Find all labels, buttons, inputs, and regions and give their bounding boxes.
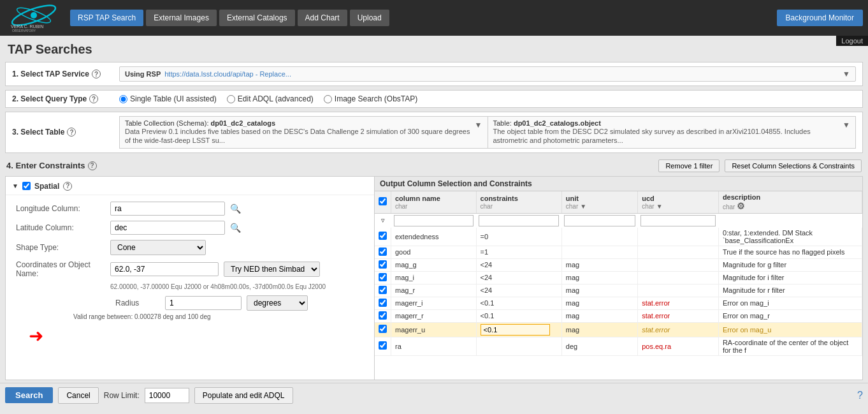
column-name-header[interactable]: column name char <box>391 191 477 214</box>
svg-text:VERA C. RUBIN: VERA C. RUBIN <box>11 24 43 29</box>
row-limit-input[interactable] <box>145 388 189 403</box>
radius-input[interactable] <box>165 296 242 310</box>
spatial-help-icon[interactable]: ? <box>63 182 72 191</box>
latitude-search-icon[interactable]: 🔍 <box>230 223 241 233</box>
row-checkbox[interactable] <box>379 260 387 269</box>
constraint-cell: =1 <box>476 246 561 258</box>
ucd-cell: stat.error <box>638 322 719 337</box>
select-all-header <box>375 191 391 214</box>
query-type-label: 2. Select Query Type ? <box>12 94 114 103</box>
radio-edit-adql[interactable]: Edit ADQL (advanced) <box>227 94 314 103</box>
table-row: magerr_r<0.1magstat.errorError on mag_r <box>375 309 862 322</box>
row-checkbox[interactable] <box>379 311 387 320</box>
coordinates-input[interactable] <box>110 262 219 276</box>
radius-valid-range: Valid range between: 0.000278 deg and 10… <box>16 313 364 320</box>
constraint-cell <box>476 337 561 355</box>
radio-image-search[interactable]: Image Search (ObsTAP) <box>324 94 418 103</box>
select-all-checkbox[interactable] <box>379 197 387 205</box>
column-name-filter[interactable] <box>394 215 474 226</box>
ucd-dropdown-icon[interactable]: ▼ <box>656 203 663 210</box>
tap-service-help-icon[interactable]: ? <box>92 70 101 78</box>
ucd-cell <box>638 246 719 258</box>
collection-chevron-icon[interactable]: ▼ <box>475 119 482 129</box>
row-checkbox[interactable] <box>379 232 387 240</box>
query-type-help-icon[interactable]: ? <box>89 94 98 103</box>
collapse-triangle-icon[interactable]: ▼ <box>12 182 18 189</box>
row-checkbox[interactable] <box>379 325 387 333</box>
background-monitor-button[interactable]: Background Monitor <box>777 10 863 26</box>
table-chevron-icon[interactable]: ▼ <box>843 119 850 129</box>
radius-label: Radius <box>115 299 160 307</box>
ucd-header[interactable]: ucd char ▼ <box>638 191 719 214</box>
left-constraints-panel: ▼ Spatial ? Longitude Column: 🔍 Latitude… <box>5 176 375 380</box>
description-header[interactable]: description char ⚙ <box>718 191 862 214</box>
ucd-cell <box>638 258 719 271</box>
row-checkbox[interactable] <box>379 286 387 294</box>
ned-simbad-select[interactable]: Try NED then Simbad <box>224 262 320 277</box>
remove-filter-button[interactable]: Remove 1 filter <box>658 159 720 172</box>
ucd-filter[interactable] <box>640 215 716 226</box>
column-name-cell: good <box>391 246 477 258</box>
select-table-help-icon[interactable]: ? <box>67 128 76 137</box>
nav-external-catalogs[interactable]: External Catalogs <box>219 10 295 26</box>
logout-button[interactable]: Logout <box>836 36 868 46</box>
unit-header[interactable]: unit char ▼ <box>561 191 637 214</box>
shape-type-select[interactable]: Cone Polygon Multi-Order Coverage <box>110 240 206 255</box>
reset-constraints-button[interactable]: Reset Column Selections & Constraints <box>725 159 862 172</box>
description-cell: True if the source has no flagged pixels <box>718 246 862 258</box>
unit-cell: mag <box>561 284 637 297</box>
constraints-help-icon[interactable]: ? <box>88 161 97 170</box>
radius-unit-select[interactable]: degrees arcminutes arcseconds <box>247 295 308 311</box>
search-button[interactable]: Search <box>5 387 53 403</box>
help-icon[interactable]: ? <box>857 390 863 401</box>
select-table-section: 3. Select Table ? Table Collection (Sche… <box>5 112 863 153</box>
output-columns-body: extendedness=00:star, 1:extended. DM Sta… <box>375 228 862 356</box>
radio-single-table[interactable]: Single Table (UI assisted) <box>119 94 217 103</box>
spatial-checkbox[interactable] <box>22 182 31 190</box>
settings-gear-icon[interactable]: ⚙ <box>737 201 745 211</box>
latitude-input[interactable] <box>110 221 225 235</box>
populate-adql-button[interactable]: Populate and edit ADQL <box>194 387 293 404</box>
nav-rsp-tap-search[interactable]: RSP TAP Search <box>70 10 143 26</box>
table-row: extendedness=00:star, 1:extended. DM Sta… <box>375 228 862 246</box>
constraints-filter[interactable] <box>479 215 559 226</box>
constraint-input[interactable] <box>481 324 550 336</box>
ucd-cell <box>638 228 719 246</box>
latitude-row: Latitude Column: 🔍 <box>16 221 364 235</box>
svg-point-2 <box>31 12 37 18</box>
table-name-panel: Table: dp01_dc2_catalogs.object The obje… <box>488 116 857 149</box>
nav-add-chart[interactable]: Add Chart <box>298 10 347 26</box>
column-name-cell: magerr_i <box>391 297 477 309</box>
arrow-indicator-icon: ➜ <box>16 325 364 346</box>
description-cell: Error on mag_u <box>718 322 862 337</box>
unit-cell: mag <box>561 271 637 284</box>
row-checkbox[interactable] <box>379 341 387 350</box>
ucd-cell: pos.eq.ra <box>638 337 719 355</box>
nav-external-images[interactable]: External Images <box>146 10 217 26</box>
filter-row: ▿ <box>375 213 862 228</box>
description-cell: 0:star, 1:extended. DM Stack `base_Class… <box>718 228 862 246</box>
ucd-cell: stat.error <box>638 297 719 309</box>
description-cell: Magnitude for i filter <box>718 271 862 284</box>
description-cell: Error on mag_r <box>718 309 862 322</box>
unit-cell: mag <box>561 322 637 337</box>
tap-dropdown-chevron[interactable]: ▼ <box>843 70 850 78</box>
unit-dropdown-icon[interactable]: ▼ <box>580 203 586 210</box>
unit-filter[interactable] <box>564 215 635 226</box>
coordinates-label: Coordinates or Object Name: <box>16 260 105 278</box>
row-checkbox[interactable] <box>379 248 387 256</box>
column-name-cell: magerr_u <box>391 322 477 337</box>
row-limit-label: Row Limit: <box>104 391 140 400</box>
radius-row: Radius degrees arcminutes arcseconds <box>16 295 364 311</box>
longitude-input[interactable] <box>110 202 225 216</box>
table-row: radegpos.eq.raRA-coordinate of the cente… <box>375 337 862 355</box>
row-checkbox[interactable] <box>379 273 387 281</box>
constraint-cell: =0 <box>476 228 561 246</box>
cancel-button[interactable]: Cancel <box>58 387 98 404</box>
coordinates-row: Coordinates or Object Name: Try NED then… <box>16 260 364 278</box>
longitude-search-icon[interactable]: 🔍 <box>230 203 241 214</box>
constraints-header-cell[interactable]: constraints char <box>476 191 561 214</box>
nav-upload[interactable]: Upload <box>350 10 389 26</box>
row-checkbox[interactable] <box>379 299 387 307</box>
spatial-label: Spatial <box>34 182 59 191</box>
